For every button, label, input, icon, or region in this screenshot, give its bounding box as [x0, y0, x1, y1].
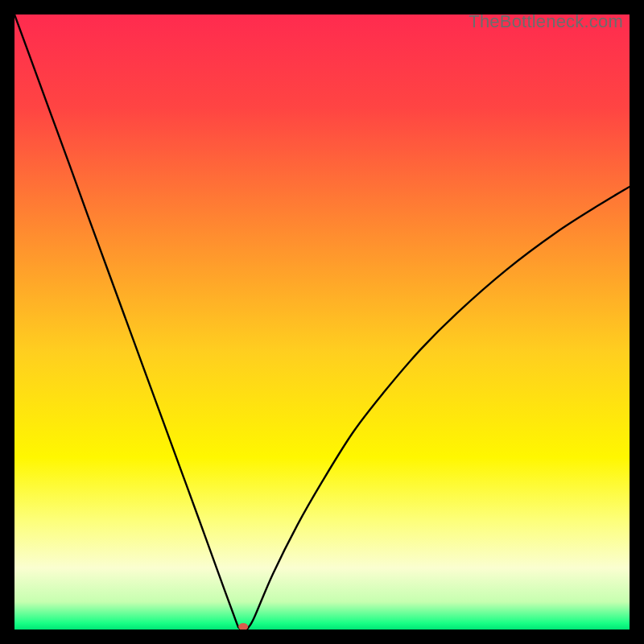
chart-background	[14, 14, 630, 630]
chart-svg	[14, 14, 630, 630]
watermark-text: TheBottleneck.com	[469, 11, 623, 32]
chart-frame: TheBottleneck.com	[14, 14, 630, 630]
